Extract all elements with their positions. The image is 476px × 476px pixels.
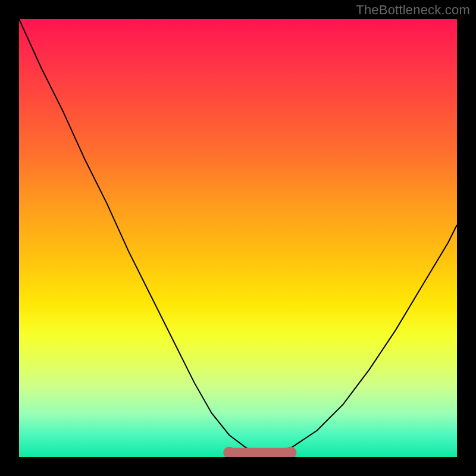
watermark-text: TheBottleneck.com <box>356 2 470 18</box>
bottleneck-curve-line <box>19 19 457 453</box>
chart-frame: TheBottleneck.com <box>0 0 476 476</box>
plot-area <box>19 19 457 457</box>
chart-svg <box>19 19 457 457</box>
